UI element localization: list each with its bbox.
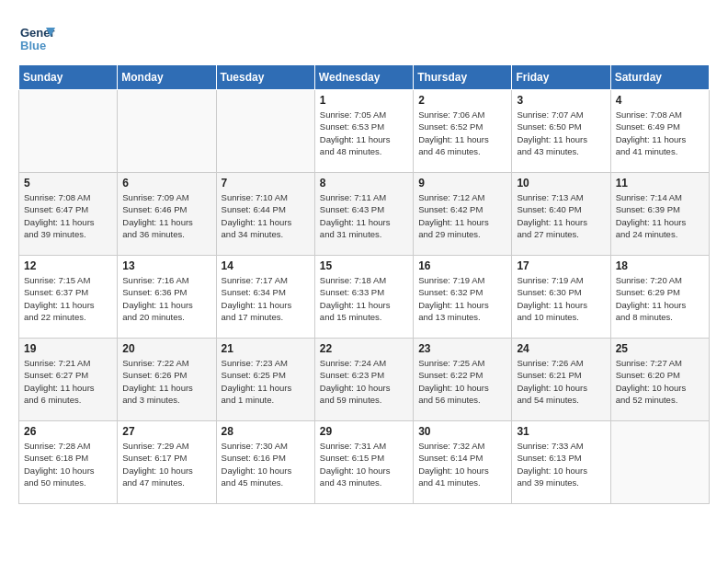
day-number: 8	[320, 177, 408, 190]
week-row-2: 5Sunrise: 7:08 AM Sunset: 6:47 PM Daylig…	[19, 173, 710, 256]
day-cell	[216, 90, 314, 173]
day-info: Sunrise: 7:33 AM Sunset: 6:13 PM Dayligh…	[517, 440, 605, 488]
day-info: Sunrise: 7:30 AM Sunset: 6:16 PM Dayligh…	[222, 440, 310, 488]
day-info: Sunrise: 7:18 AM Sunset: 6:33 PM Dayligh…	[320, 274, 408, 323]
col-header-thursday: Thursday	[414, 65, 512, 90]
day-number: 16	[418, 259, 506, 272]
day-cell: 18Sunrise: 7:20 AM Sunset: 6:29 PM Dayli…	[610, 256, 709, 339]
day-info: Sunrise: 7:14 AM Sunset: 6:39 PM Dayligh…	[616, 191, 704, 240]
day-cell: 8Sunrise: 7:11 AM Sunset: 6:43 PM Daylig…	[314, 173, 413, 256]
day-cell	[118, 90, 216, 173]
col-header-saturday: Saturday	[610, 65, 709, 90]
day-number: 4	[616, 94, 704, 107]
day-number: 24	[517, 342, 605, 355]
calendar-table: SundayMondayTuesdayWednesdayThursdayFrid…	[18, 64, 710, 504]
day-cell: 13Sunrise: 7:16 AM Sunset: 6:36 PM Dayli…	[118, 256, 216, 339]
day-cell: 7Sunrise: 7:10 AM Sunset: 6:44 PM Daylig…	[216, 173, 314, 256]
day-cell: 26Sunrise: 7:28 AM Sunset: 6:18 PM Dayli…	[19, 421, 118, 504]
day-number: 30	[418, 425, 506, 438]
day-info: Sunrise: 7:32 AM Sunset: 6:14 PM Dayligh…	[418, 440, 506, 488]
day-number: 14	[222, 259, 310, 272]
day-number: 19	[24, 342, 112, 355]
day-info: Sunrise: 7:27 AM Sunset: 6:20 PM Dayligh…	[616, 357, 704, 406]
day-cell: 9Sunrise: 7:12 AM Sunset: 6:42 PM Daylig…	[414, 173, 512, 256]
day-cell: 22Sunrise: 7:24 AM Sunset: 6:23 PM Dayli…	[314, 339, 413, 421]
day-cell: 28Sunrise: 7:30 AM Sunset: 6:16 PM Dayli…	[216, 421, 314, 504]
day-cell: 15Sunrise: 7:18 AM Sunset: 6:33 PM Dayli…	[314, 256, 413, 339]
day-info: Sunrise: 7:29 AM Sunset: 6:17 PM Dayligh…	[122, 440, 210, 488]
day-cell: 3Sunrise: 7:07 AM Sunset: 6:50 PM Daylig…	[512, 90, 610, 173]
day-info: Sunrise: 7:23 AM Sunset: 6:25 PM Dayligh…	[222, 357, 310, 406]
day-cell: 17Sunrise: 7:19 AM Sunset: 6:30 PM Dayli…	[512, 256, 610, 339]
day-info: Sunrise: 7:08 AM Sunset: 6:49 PM Dayligh…	[616, 109, 704, 157]
week-row-3: 12Sunrise: 7:15 AM Sunset: 6:37 PM Dayli…	[19, 256, 710, 339]
day-info: Sunrise: 7:11 AM Sunset: 6:43 PM Dayligh…	[320, 191, 408, 240]
day-number: 7	[222, 177, 310, 190]
day-cell: 23Sunrise: 7:25 AM Sunset: 6:22 PM Dayli…	[414, 339, 512, 421]
day-number: 28	[222, 425, 310, 438]
day-cell: 20Sunrise: 7:22 AM Sunset: 6:26 PM Dayli…	[118, 339, 216, 421]
day-cell: 2Sunrise: 7:06 AM Sunset: 6:52 PM Daylig…	[414, 90, 512, 173]
day-info: Sunrise: 7:31 AM Sunset: 6:15 PM Dayligh…	[320, 440, 408, 488]
day-cell: 11Sunrise: 7:14 AM Sunset: 6:39 PM Dayli…	[610, 173, 709, 256]
day-cell: 5Sunrise: 7:08 AM Sunset: 6:47 PM Daylig…	[19, 173, 118, 256]
day-info: Sunrise: 7:22 AM Sunset: 6:26 PM Dayligh…	[122, 357, 210, 406]
day-number: 25	[616, 342, 704, 355]
logo: General Blue	[18, 18, 59, 55]
day-info: Sunrise: 7:13 AM Sunset: 6:40 PM Dayligh…	[517, 191, 605, 240]
day-cell: 25Sunrise: 7:27 AM Sunset: 6:20 PM Dayli…	[610, 339, 709, 421]
day-info: Sunrise: 7:26 AM Sunset: 6:21 PM Dayligh…	[517, 357, 605, 406]
day-cell: 14Sunrise: 7:17 AM Sunset: 6:34 PM Dayli…	[216, 256, 314, 339]
day-number: 21	[222, 342, 310, 355]
day-cell: 4Sunrise: 7:08 AM Sunset: 6:49 PM Daylig…	[610, 90, 709, 173]
day-info: Sunrise: 7:21 AM Sunset: 6:27 PM Dayligh…	[24, 357, 112, 406]
day-number: 18	[616, 259, 704, 272]
day-info: Sunrise: 7:06 AM Sunset: 6:52 PM Dayligh…	[418, 109, 506, 157]
day-number: 10	[517, 177, 605, 190]
day-number: 3	[517, 94, 605, 107]
day-info: Sunrise: 7:24 AM Sunset: 6:23 PM Dayligh…	[320, 357, 408, 406]
day-header-row: SundayMondayTuesdayWednesdayThursdayFrid…	[19, 65, 710, 90]
day-info: Sunrise: 7:28 AM Sunset: 6:18 PM Dayligh…	[24, 440, 112, 488]
col-header-monday: Monday	[118, 65, 216, 90]
day-number: 13	[122, 259, 210, 272]
day-cell: 27Sunrise: 7:29 AM Sunset: 6:17 PM Dayli…	[118, 421, 216, 504]
day-cell	[19, 90, 118, 173]
day-info: Sunrise: 7:19 AM Sunset: 6:30 PM Dayligh…	[517, 274, 605, 323]
day-info: Sunrise: 7:17 AM Sunset: 6:34 PM Dayligh…	[222, 274, 310, 323]
col-header-friday: Friday	[512, 65, 610, 90]
day-info: Sunrise: 7:19 AM Sunset: 6:32 PM Dayligh…	[418, 274, 506, 323]
day-cell: 16Sunrise: 7:19 AM Sunset: 6:32 PM Dayli…	[414, 256, 512, 339]
col-header-sunday: Sunday	[19, 65, 118, 90]
day-cell: 12Sunrise: 7:15 AM Sunset: 6:37 PM Dayli…	[19, 256, 118, 339]
day-number: 26	[24, 425, 112, 438]
day-number: 15	[320, 259, 408, 272]
day-info: Sunrise: 7:07 AM Sunset: 6:50 PM Dayligh…	[517, 109, 605, 157]
page-header: General Blue	[18, 18, 710, 55]
day-number: 6	[122, 177, 210, 190]
day-cell: 29Sunrise: 7:31 AM Sunset: 6:15 PM Dayli…	[314, 421, 413, 504]
day-cell: 21Sunrise: 7:23 AM Sunset: 6:25 PM Dayli…	[216, 339, 314, 421]
day-info: Sunrise: 7:25 AM Sunset: 6:22 PM Dayligh…	[418, 357, 506, 406]
day-info: Sunrise: 7:15 AM Sunset: 6:37 PM Dayligh…	[24, 274, 112, 323]
week-row-4: 19Sunrise: 7:21 AM Sunset: 6:27 PM Dayli…	[19, 339, 710, 421]
week-row-1: 1Sunrise: 7:05 AM Sunset: 6:53 PM Daylig…	[19, 90, 710, 173]
day-number: 9	[418, 177, 506, 190]
day-number: 11	[616, 177, 704, 190]
day-cell: 30Sunrise: 7:32 AM Sunset: 6:14 PM Dayli…	[414, 421, 512, 504]
col-header-tuesday: Tuesday	[216, 65, 314, 90]
day-number: 23	[418, 342, 506, 355]
col-header-wednesday: Wednesday	[314, 65, 413, 90]
day-number: 29	[320, 425, 408, 438]
week-row-5: 26Sunrise: 7:28 AM Sunset: 6:18 PM Dayli…	[19, 421, 710, 504]
day-number: 20	[122, 342, 210, 355]
day-cell: 10Sunrise: 7:13 AM Sunset: 6:40 PM Dayli…	[512, 173, 610, 256]
day-number: 1	[320, 94, 408, 107]
day-cell: 31Sunrise: 7:33 AM Sunset: 6:13 PM Dayli…	[512, 421, 610, 504]
day-number: 12	[24, 259, 112, 272]
logo-icon: General Blue	[18, 18, 55, 55]
day-info: Sunrise: 7:08 AM Sunset: 6:47 PM Dayligh…	[24, 191, 112, 240]
day-number: 17	[517, 259, 605, 272]
day-cell: 19Sunrise: 7:21 AM Sunset: 6:27 PM Dayli…	[19, 339, 118, 421]
day-number: 2	[418, 94, 506, 107]
